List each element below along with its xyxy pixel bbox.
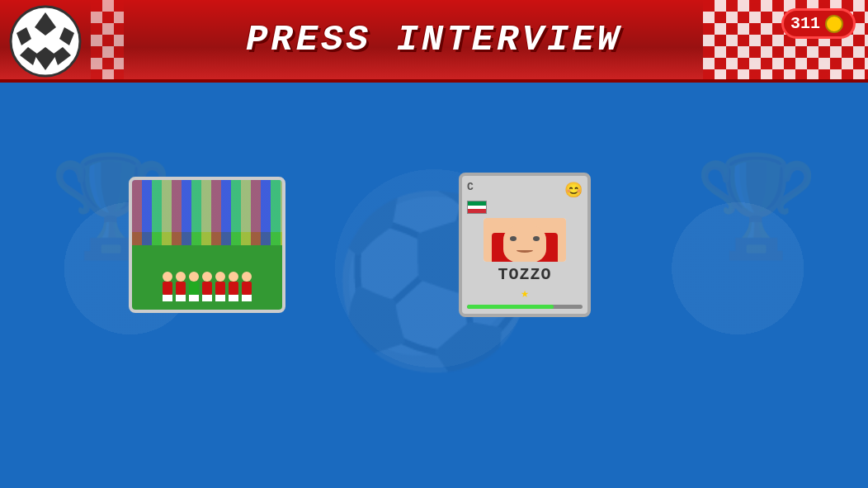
face-mouth (517, 248, 533, 253)
player-fig-5 (215, 272, 225, 301)
coin-value: 311 (790, 14, 820, 33)
player-flag (467, 201, 487, 214)
player-bar-fill (467, 305, 554, 309)
player-fig-4 (202, 272, 212, 301)
player-fig-2 (176, 272, 186, 301)
crowd (132, 180, 282, 245)
player-fig-7 (242, 272, 252, 301)
card-smiley: 😊 (564, 181, 583, 199)
player-portrait (484, 218, 566, 262)
face-eyes (510, 236, 540, 241)
team-scene (132, 180, 282, 310)
player-fig-3 (189, 272, 199, 301)
header-bar: PRESS INTERVIEW (0, 0, 868, 83)
player-fig-1 (163, 272, 172, 301)
face-head (503, 225, 546, 262)
player-name: TOZZO (498, 265, 551, 284)
eye-left (510, 236, 517, 241)
coin-icon (825, 15, 843, 33)
eye-right (533, 236, 540, 241)
player-card: C 😊 TOZZO ★ (459, 173, 591, 317)
coin-counter: 311 (781, 8, 856, 39)
player-star: ★ (521, 285, 529, 301)
team-card (129, 177, 285, 313)
card-top-row: C 😊 (467, 181, 583, 199)
soccer-ball-icon (8, 4, 83, 78)
captain-badge: C (467, 181, 474, 199)
header-checkers-left (91, 0, 124, 79)
player-fig-6 (229, 272, 238, 301)
page-title: PRESS INTERVIEW (246, 19, 622, 60)
players-row (132, 272, 282, 301)
player-bar (467, 305, 583, 309)
